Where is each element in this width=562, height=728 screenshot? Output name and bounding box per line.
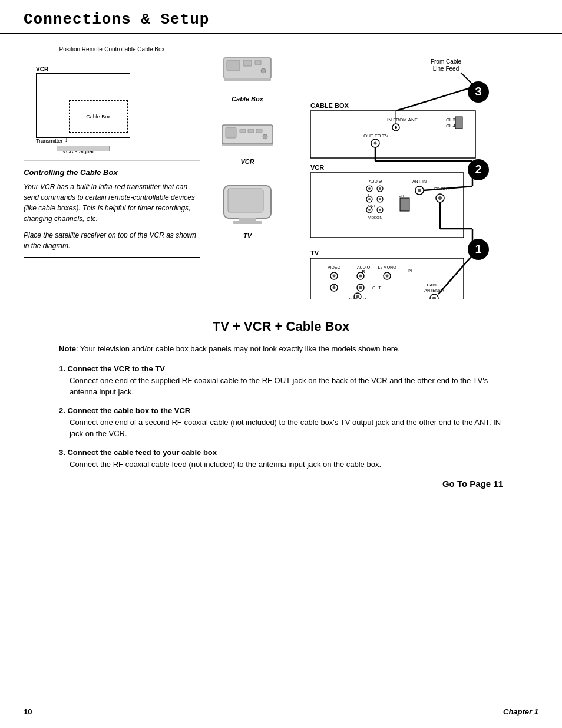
- svg-point-64: [333, 275, 336, 278]
- svg-text:Line Feed: Line Feed: [433, 65, 459, 72]
- instruction-3-body: Connect the RF coaxial cable feed (not i…: [70, 459, 503, 470]
- step1-number: 1: [475, 242, 481, 255]
- svg-text:IN: IN: [408, 268, 412, 272]
- go-to-page-text: Go To Page 11: [442, 479, 503, 489]
- instruction-2-body: Connect one end of a second RF coaxial c…: [70, 417, 503, 440]
- svg-point-71: [333, 286, 336, 289]
- diagram-caption-label: Position Remote-Controllable Cable Box: [24, 46, 200, 52]
- vcr-icon-container: VCR: [221, 120, 274, 165]
- vcr-diagram: VCR Cable Box Transmitter ↓ VCR's Signal: [24, 55, 200, 161]
- svg-point-68: [386, 275, 389, 278]
- svg-rect-16: [233, 221, 262, 224]
- note-text: Note: Your television and/or cable box b…: [59, 343, 503, 355]
- svg-text:ANT. IN: ANT. IN: [412, 179, 427, 183]
- tv-section-label: TV: [310, 249, 319, 256]
- go-to-page: Go To Page 11: [59, 479, 503, 489]
- instruction-2-title: Connect the cable box to the VCR: [67, 406, 190, 415]
- svg-line-18: [461, 73, 472, 84]
- instructions-section: Note: Your television and/or cable box b…: [59, 343, 503, 489]
- svg-point-48: [379, 209, 381, 211]
- svg-rect-5: [224, 78, 271, 81]
- svg-text:L: L: [333, 283, 335, 286]
- svg-point-74: [359, 286, 362, 289]
- signal-arrow: ↓: [64, 136, 68, 144]
- svg-line-21: [396, 87, 472, 111]
- page-header: Connections & Setup: [0, 0, 562, 34]
- svg-text:VIDEO: VIDEO: [368, 216, 379, 219]
- svg-rect-8: [240, 129, 246, 133]
- svg-text:OUT: OUT: [368, 204, 376, 207]
- svg-text:IN: IN: [379, 216, 382, 219]
- vcr-svg: [221, 120, 274, 150]
- connection-diagram-svg: From Cable Line Feed 3 CABLE BOX IN FROM…: [295, 46, 538, 299]
- controlling-section: Controlling the Cable Box Your VCR has a…: [24, 168, 200, 251]
- svg-text:VIDEO: VIDEO: [328, 265, 340, 269]
- tv-rect: [310, 258, 464, 299]
- cable-box-dashed: Cable Box: [69, 100, 128, 133]
- controlling-title: Controlling the Cable Box: [24, 168, 200, 177]
- step2-number: 2: [475, 163, 481, 176]
- svg-text:R: R: [378, 179, 381, 183]
- middle-panel: Cable Box VCR: [212, 46, 283, 301]
- svg-point-32: [379, 187, 381, 190]
- svg-text:AUDIO: AUDIO: [357, 265, 371, 269]
- svg-point-36: [418, 189, 421, 192]
- page-footer: 10 Chapter 1: [24, 707, 538, 716]
- svg-text:CH4: CH4: [446, 123, 456, 129]
- tv-svg: [221, 183, 274, 229]
- svg-rect-1: [227, 60, 240, 71]
- from-cable-label: From Cable: [431, 58, 462, 65]
- instruction-3-number: 3.: [59, 448, 65, 457]
- main-content: Position Remote-Controllable Cable Box V…: [0, 34, 562, 500]
- vcr-bottom-bar: [57, 146, 110, 151]
- svg-rect-10: [256, 129, 262, 133]
- divider: [24, 257, 200, 258]
- instruction-2: 2. Connect the cable box to the VCR Conn…: [59, 406, 503, 440]
- in-from-ant-label: IN FROM ANT: [387, 117, 418, 123]
- main-title-section: TV + VCR + Cable Box: [24, 319, 538, 334]
- svg-rect-12: [222, 144, 273, 146]
- svg-point-44: [438, 196, 442, 200]
- instruction-2-number: 2.: [59, 406, 65, 415]
- svg-point-4: [261, 68, 266, 73]
- instruction-1: 1. Connect the VCR to the TV Connect one…: [59, 364, 503, 398]
- vcr-section-label: VCR: [310, 164, 324, 171]
- svg-text:OUT: OUT: [372, 286, 382, 290]
- svg-point-40: [379, 198, 381, 200]
- svg-rect-23: [455, 117, 462, 129]
- svg-rect-2: [243, 60, 252, 66]
- step3-number: 3: [475, 85, 481, 98]
- instruction-1-number: 1.: [59, 364, 65, 373]
- svg-point-46: [368, 209, 371, 211]
- svg-rect-9: [248, 129, 254, 133]
- instruction-3: 3. Connect the cable feed to your cable …: [59, 448, 503, 470]
- controlling-text2: Place the satellite receiver on top of t…: [24, 230, 200, 251]
- instruction-3-title: Connect the cable feed to your cable box: [67, 448, 217, 457]
- cable-box-icon-label: Cable Box: [221, 95, 274, 103]
- footer-page-number: 10: [24, 707, 32, 716]
- top-section: Position Remote-Controllable Cable Box V…: [24, 46, 538, 301]
- svg-rect-14: [228, 189, 263, 212]
- svg-point-30: [368, 187, 371, 190]
- instruction-1-title: Connect the VCR to the TV: [67, 364, 164, 373]
- svg-rect-52: [400, 198, 409, 211]
- transmitter-label: Transmitter: [36, 138, 62, 144]
- svg-point-82: [356, 295, 359, 298]
- cable-box-section-label: CABLE BOX: [310, 102, 349, 109]
- note-body: : Your television and/or cable box back …: [76, 344, 400, 353]
- controlling-text1: Your VCR has a built in infra-red transm…: [24, 182, 200, 224]
- vcr-icon-label: VCR: [221, 158, 274, 165]
- svg-point-79: [432, 297, 436, 299]
- right-panel: From Cable Line Feed 3 CABLE BOX IN FROM…: [295, 46, 538, 301]
- ch3-ch4-label: CH3: [446, 117, 456, 123]
- svg-line-84: [438, 255, 472, 294]
- tv-icon-label: TV: [221, 232, 274, 239]
- svg-text:CABLE/: CABLE/: [427, 283, 442, 287]
- svg-text:L / MONO: L / MONO: [378, 265, 396, 269]
- vcr-diagram-vcr-label: VCR: [36, 66, 48, 73]
- svg-point-66: [359, 275, 362, 278]
- svg-rect-7: [226, 127, 236, 138]
- svg-rect-3: [255, 60, 261, 65]
- left-panel: Position Remote-Controllable Cable Box V…: [24, 46, 200, 301]
- svg-rect-15: [239, 218, 256, 221]
